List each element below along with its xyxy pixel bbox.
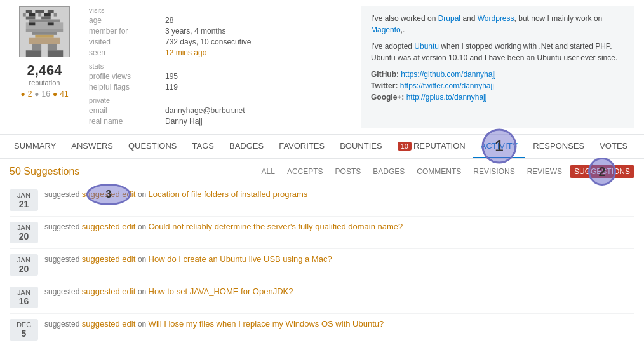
github-link[interactable]: https://github.com/dannyhajj: [401, 70, 495, 79]
circle-annotation-2: 2: [588, 158, 616, 186]
day: 5: [13, 329, 35, 339]
item-link-3[interactable]: How do I create an Ubuntu live USB using…: [149, 254, 332, 264]
tab-responses[interactable]: RESPONSES: [525, 135, 592, 158]
ubuntu-link1[interactable]: Ubuntu: [414, 42, 439, 51]
svg-rect-20: [48, 44, 57, 51]
profile-views-label: profile views: [89, 72, 165, 81]
item-action: suggested: [44, 320, 82, 329]
month: Jan: [13, 191, 35, 199]
avatar-col: 2,464 reputation ● 2 ● 16 ● 41: [10, 6, 79, 128]
reputation-number: 2,464: [27, 62, 62, 79]
main-content: 50 Suggestions ALL ACCEPTS POSTS BADGES …: [0, 159, 644, 353]
svg-rect-21: [26, 50, 41, 57]
svg-rect-8: [54, 13, 57, 17]
svg-rect-22: [48, 50, 63, 57]
age-label: age: [89, 16, 165, 25]
item-content: suggested suggested edit on How to set J…: [44, 287, 634, 296]
section-header: 50 Suggestions ALL ACCEPTS POSTS BADGES …: [10, 165, 634, 178]
github-label: GitHub:: [371, 70, 399, 79]
tab-questions[interactable]: QUESTIONS: [121, 135, 185, 158]
tab-activity[interactable]: ACTIVITY 1: [473, 135, 526, 158]
twitter-link[interactable]: https://twitter.com/dannyhajj: [400, 81, 494, 90]
helpful-flags-value: 119: [165, 83, 178, 91]
filter-suggestions[interactable]: SUGGESTIONS 2: [570, 165, 634, 178]
nav-tabs: SUMMARY ANSWERS QUESTIONS TAGS BADGES FA…: [0, 135, 644, 159]
helpful-flags-label: helpful flags: [89, 83, 165, 91]
filter-reviews[interactable]: REVIEWS: [523, 165, 567, 178]
visited-label: visited: [89, 37, 165, 46]
tab-tags[interactable]: TAGS: [185, 135, 222, 158]
month: Jan: [13, 256, 35, 264]
reputation-label: reputation: [27, 79, 62, 86]
item-action: suggested: [44, 222, 82, 231]
month: Dec: [13, 321, 35, 329]
day: 16: [13, 296, 35, 306]
svg-rect-5: [29, 13, 36, 17]
tab-reputation[interactable]: 10REPUTATION: [390, 135, 473, 158]
item-text-3: on: [138, 255, 149, 264]
visits-section: visits age 28 member for 3 years, 4 mont…: [89, 6, 352, 57]
tab-bounties[interactable]: BOUNTIES: [332, 135, 389, 158]
visits-section-label: visits: [89, 6, 352, 14]
filter-posts[interactable]: POSTS: [331, 165, 366, 178]
profile-info-col: visits age 28 member for 3 years, 4 mont…: [79, 6, 361, 128]
svg-rect-1: [26, 10, 32, 13]
svg-rect-19: [32, 44, 42, 51]
drupal-link[interactable]: Drupal: [438, 14, 460, 23]
top-section: 2,464 reputation ● 2 ● 16 ● 41 visits ag…: [0, 0, 644, 135]
reputation-badge: 10: [398, 142, 412, 151]
svg-rect-6: [38, 13, 41, 17]
day: 21: [13, 199, 35, 209]
svg-rect-17: [35, 35, 53, 38]
suggestion-item: Jan 21 suggested suggested edit 3 on Loc…: [10, 184, 634, 217]
reputation-box: 2,464 reputation: [27, 62, 62, 86]
private-section: private email dannyhage@burbur.net real …: [89, 97, 352, 126]
tab-summary[interactable]: SUMMARY: [6, 135, 64, 158]
avatar: [19, 6, 70, 57]
item-link-1[interactable]: Location of file folders of installed pr…: [149, 189, 308, 199]
magento-link[interactable]: Magento: [371, 25, 401, 34]
real-name-label: real name: [89, 117, 165, 126]
date-col: Jan 16: [10, 287, 38, 308]
seen-value: 12 mins ago: [165, 48, 206, 57]
member-for-value: 3 years, 4 months: [165, 27, 225, 36]
item-text-4: on: [138, 287, 149, 296]
filter-all[interactable]: ALL: [257, 165, 279, 178]
filter-comments[interactable]: COMMENTS: [412, 165, 466, 178]
tab-badges[interactable]: BADGES: [222, 135, 271, 158]
wordpress-link[interactable]: Wordpress: [478, 14, 514, 23]
svg-rect-3: [48, 10, 54, 13]
tab-favorites[interactable]: FAVORITES: [271, 135, 332, 158]
date-col: Jan 20: [10, 222, 38, 243]
suggested-edit-link-3[interactable]: suggested edit: [82, 254, 136, 264]
private-section-label: private: [89, 97, 352, 104]
svg-rect-14: [48, 22, 54, 25]
filter-badges[interactable]: BADGES: [368, 165, 409, 178]
suggestions-title: Suggestions: [23, 166, 79, 177]
googleplus-link[interactable]: http://gplus.to/dannyhajj: [406, 93, 487, 102]
gold-badge-count: 2: [28, 90, 32, 98]
filter-accepts[interactable]: ACCEPTS: [283, 165, 328, 178]
silver-badge-count: 16: [42, 90, 50, 98]
suggested-edit-link-4[interactable]: suggested edit: [82, 287, 136, 296]
suggested-edit-link-1[interactable]: suggested edit: [82, 189, 136, 199]
item-content: suggested suggested edit on How do I cre…: [44, 254, 634, 264]
real-name-value: Danny Hajj: [165, 117, 203, 126]
suggestion-item: Dec 5 suggested suggested edit on Will I…: [10, 314, 634, 346]
svg-rect-2: [35, 10, 44, 13]
item-link-2[interactable]: Could not reliably determine the server'…: [149, 222, 403, 231]
item-text-2: on: [138, 222, 149, 231]
bio-text1: I've also worked on Drupal and Wordpress…: [371, 13, 625, 36]
item-link-5[interactable]: Will I lose my files when I replace my W…: [149, 319, 384, 329]
item-link-4[interactable]: How to set JAVA_HOME for OpenJDK?: [149, 287, 293, 296]
tab-answers[interactable]: ANSWERS: [64, 135, 121, 158]
tab-votes[interactable]: VOTES: [592, 135, 635, 158]
svg-rect-15: [26, 29, 64, 32]
filter-revisions[interactable]: REVISIONS: [469, 165, 519, 178]
suggested-edit-link-5[interactable]: suggested edit: [82, 319, 136, 329]
stats-section: stats profile views 195 helpful flags 11…: [89, 62, 352, 91]
suggested-edit-link-2[interactable]: suggested edit: [82, 222, 136, 231]
date-col: Jan 21: [10, 189, 38, 211]
svg-rect-10: [41, 17, 51, 20]
svg-rect-11: [29, 20, 60, 23]
